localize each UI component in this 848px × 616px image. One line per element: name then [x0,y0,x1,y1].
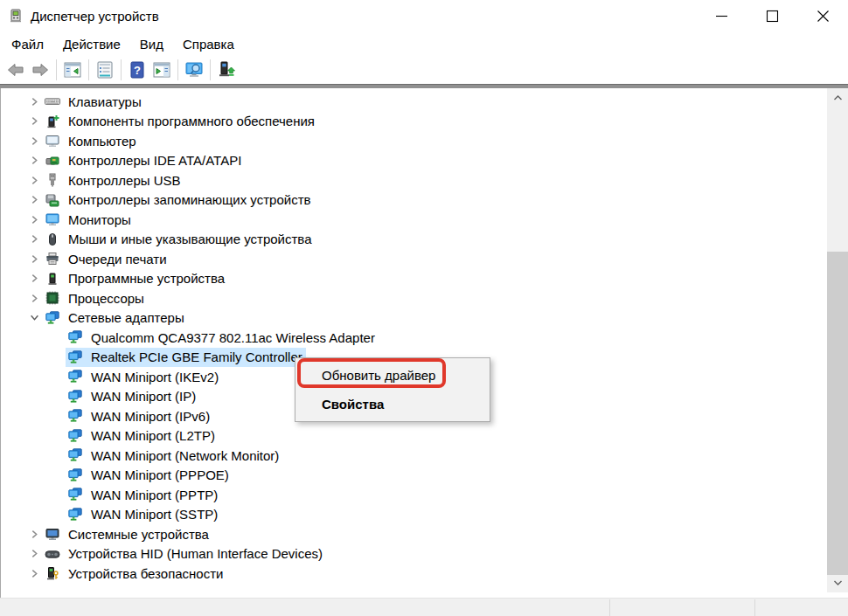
expander-spacer [50,508,64,522]
minimize-button[interactable] [696,0,747,31]
tree-item-label: WAN Miniport (PPTP) [91,488,218,502]
system-device-icon [45,527,61,542]
tree-item[interactable]: Qualcomm QCA9377 802.11ac Wireless Adapt… [1,328,848,348]
tree-item-content: Контроллеры IDE ATA/ATAPI [43,151,245,170]
show-action-pane-icon [152,60,171,80]
print-queue-icon [45,252,61,266]
menu-view[interactable]: Вид [130,34,173,54]
tree-item-content: WAN Miniport (SSTP) [66,505,221,524]
chevron-right-icon[interactable] [27,94,41,108]
properties-button[interactable] [93,58,117,82]
tree-item-label: WAN Miniport (PPPOE) [91,467,229,482]
tree-item-label: Компьютер [68,134,136,149]
update-driver-button[interactable] [214,58,239,82]
tree-item[interactable]: Сетевые адаптеры [1,308,848,329]
tree-item[interactable]: Устройства HID (Human Interface Devices) [1,544,848,564]
tree-item-label: Процессоры [68,291,144,306]
tree-item[interactable]: Клавиатуры [1,92,848,112]
tree-item-content: Процессоры [43,288,148,308]
menu-help[interactable]: Справка [173,34,244,54]
tree-item-label: Компоненты программного обеспечения [68,114,315,128]
tree-item-content: Системные устройства [43,524,212,543]
forward-button[interactable] [28,58,52,82]
menu-action[interactable]: Действие [53,34,130,54]
tree-item-content: WAN Miniport (L2TP) [66,426,219,446]
tree-item[interactable]: WAN Miniport (SSTP) [1,505,848,525]
tree-item[interactable]: WAN Miniport (PPPOE) [1,466,848,486]
chevron-right-icon[interactable] [27,252,41,266]
computer-icon [45,134,61,149]
chevron-down-icon[interactable] [27,311,41,325]
tree-item[interactable]: WAN Miniport (Network Monitor) [1,446,848,466]
chevron-right-icon[interactable] [27,547,41,561]
show-action-pane-button[interactable] [149,58,174,82]
toolbar: ? [0,56,848,84]
tree-item-content: Контроллеры запоминающих устройств [43,190,314,210]
selected-tree-item-content: Realtek PCIe GBE Family Controller [66,348,306,367]
chevron-right-icon[interactable] [27,173,41,187]
context-menu-item[interactable]: Обновить драйвер [295,361,490,390]
tree-item[interactable]: Очереди печати [1,249,848,269]
tree-item-label: Контроллеры USB [68,173,181,188]
tree-item-label: Программные устройства [68,271,225,286]
chevron-right-icon[interactable] [27,134,41,148]
bottom-bar [0,598,848,616]
scroll-up-button[interactable] [827,88,848,107]
chevron-right-icon[interactable] [27,114,41,128]
device-tree: КлавиатурыКомпоненты программного обеспе… [0,88,848,598]
tree-item[interactable]: Контроллеры IDE ATA/ATAPI [1,151,848,171]
tree-item-content: WAN Miniport (IKEv2) [66,367,222,386]
chevron-right-icon[interactable] [27,291,41,305]
chevron-right-icon[interactable] [27,527,41,541]
back-button[interactable] [3,58,28,82]
tree-item[interactable]: WAN Miniport (L2TP) [1,426,848,446]
tree-item-label: Realtek PCIe GBE Family Controller [91,350,302,364]
menu-file[interactable]: Файл [2,34,53,54]
scan-hardware-changes-button[interactable] [182,58,206,82]
close-button[interactable] [797,0,848,31]
tree-item[interactable]: Мыши и иные указывающие устройства [1,230,848,250]
tree-item-content: Мыши и иные указывающие устройства [43,230,315,249]
tree-item[interactable]: WAN Miniport (PPTP) [1,485,848,505]
expander-spacer [50,390,64,404]
tree-item-label: Сетевые адаптеры [68,310,184,325]
chevron-right-icon[interactable] [27,272,41,286]
title-bar: Диспетчер устройств [0,0,848,31]
show-console-tree-button[interactable] [60,58,85,82]
help-button[interactable]: ? [125,58,149,82]
usb-controller-icon [45,173,61,188]
tree-item[interactable]: Программные устройства [1,269,848,289]
tree-item[interactable]: Процессоры [1,288,848,308]
tree-item-content: Qualcomm QCA9377 802.11ac Wireless Adapt… [66,328,379,347]
chevron-right-icon[interactable] [27,154,41,168]
tree-item-content: WAN Miniport (PPTP) [66,485,221,504]
tree-item[interactable]: Мониторы [1,210,848,230]
tree-item[interactable]: Компьютер [1,131,848,151]
tree-item[interactable]: Системные устройства [1,524,848,544]
tree-item[interactable]: Компоненты программного обеспечения [1,112,848,132]
tree-item[interactable]: Устройства безопасности [1,564,848,584]
svg-text:?: ? [134,64,141,77]
device-manager-app-icon [9,9,23,23]
tree-item-label: WAN Miniport (Network Monitor) [91,448,279,463]
chevron-right-icon[interactable] [27,566,41,580]
tree-item-content: WAN Miniport (Network Monitor) [66,446,282,465]
vertical-scrollbar[interactable] [827,88,848,592]
network-adapter-icon [67,488,84,502]
scroll-down-button[interactable] [827,573,848,592]
tree-item-label: Системные устройства [68,527,209,542]
update-driver-icon [217,60,236,80]
chevron-right-icon[interactable] [27,232,41,246]
tree-item[interactable]: Контроллеры USB [1,170,848,190]
tree-item[interactable]: Контроллеры запоминающих устройств [1,190,848,211]
tree-item-content: Устройства безопасности [43,564,226,583]
context-menu-item[interactable]: Свойства [295,390,490,419]
scrollbar-thumb[interactable] [827,252,848,575]
tree-item-label: Устройства HID (Human Interface Devices) [68,546,323,561]
chevron-right-icon[interactable] [27,212,41,226]
tree-item-label: Очереди печати [68,252,167,266]
chevron-right-icon[interactable] [27,193,41,207]
maximize-button[interactable] [747,0,797,31]
expander-spacer [50,330,64,344]
tree-item-label: Устройства безопасности [68,566,223,581]
